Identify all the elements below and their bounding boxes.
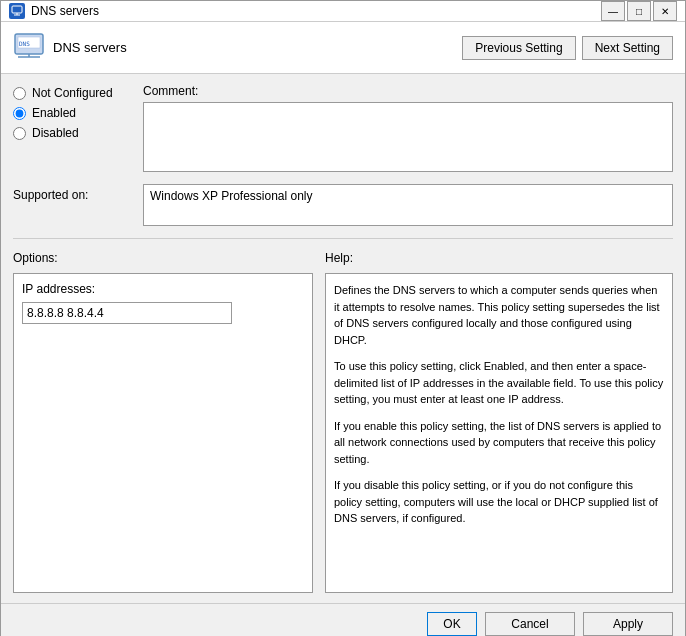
title-bar-left: DNS servers <box>9 3 99 19</box>
help-text-4: If you disable this policy setting, or i… <box>334 477 664 527</box>
maximize-button[interactable]: □ <box>627 1 651 21</box>
comment-label: Comment: <box>143 84 673 98</box>
radio-enabled[interactable]: Enabled <box>13 106 143 120</box>
help-col-header: Help: <box>325 251 673 265</box>
dns-title-icon <box>9 3 25 19</box>
help-box: Defines the DNS servers to which a compu… <box>325 273 673 593</box>
ok-button[interactable]: OK <box>427 612 477 636</box>
options-label: Options: <box>13 251 58 265</box>
radio-disabled[interactable]: Disabled <box>13 126 143 140</box>
radio-disabled-label: Disabled <box>32 126 79 140</box>
ip-label: IP addresses: <box>22 282 304 296</box>
prev-setting-button[interactable]: Previous Setting <box>462 36 575 60</box>
options-col-header: Options: <box>13 251 313 265</box>
col-labels: Options: Help: <box>13 251 673 265</box>
supported-value: Windows XP Professional only <box>143 184 673 226</box>
section-divider <box>13 238 673 239</box>
window-title: DNS servers <box>31 4 99 18</box>
options-col: IP addresses: <box>13 273 313 593</box>
supported-wrapper: Windows XP Professional only <box>143 184 673 226</box>
title-controls: — □ ✕ <box>601 1 677 21</box>
options-box: IP addresses: <box>13 273 313 593</box>
header-left: DNS DNS servers <box>13 30 127 65</box>
apply-button[interactable]: Apply <box>583 612 673 636</box>
radio-not-configured-input[interactable] <box>13 87 26 100</box>
comment-textarea[interactable] <box>143 102 673 172</box>
comment-section: Comment: <box>143 84 673 172</box>
minimize-button[interactable]: — <box>601 1 625 21</box>
top-section: Not Configured Enabled Disabled Comment: <box>13 84 673 172</box>
help-text-3: If you enable this policy setting, the l… <box>334 418 664 468</box>
header-buttons: Previous Setting Next Setting <box>462 36 673 60</box>
cancel-button[interactable]: Cancel <box>485 612 575 636</box>
radio-group: Not Configured Enabled Disabled <box>13 84 143 172</box>
close-button[interactable]: ✕ <box>653 1 677 21</box>
bottom-bar: OK Cancel Apply <box>1 603 685 636</box>
supported-label: Supported on: <box>13 184 143 202</box>
radio-not-configured[interactable]: Not Configured <box>13 86 143 100</box>
help-col: Defines the DNS servers to which a compu… <box>325 273 673 593</box>
header-title: DNS servers <box>53 40 127 55</box>
header-section: DNS DNS servers Previous Setting Next Se… <box>1 22 685 74</box>
main-content: Not Configured Enabled Disabled Comment:… <box>1 74 685 603</box>
supported-section: Supported on: Windows XP Professional on… <box>13 184 673 226</box>
radio-disabled-input[interactable] <box>13 127 26 140</box>
header-icon: DNS <box>13 30 45 65</box>
options-help-row: IP addresses: Defines the DNS servers to… <box>13 273 673 593</box>
ip-input[interactable] <box>22 302 232 324</box>
title-bar: DNS servers — □ ✕ <box>1 1 685 22</box>
svg-text:DNS: DNS <box>19 40 30 47</box>
next-setting-button[interactable]: Next Setting <box>582 36 673 60</box>
radio-not-configured-label: Not Configured <box>32 86 113 100</box>
window: DNS servers — □ ✕ DNS DNS servers Previo… <box>0 0 686 636</box>
help-label: Help: <box>325 251 353 265</box>
help-text-2: To use this policy setting, click Enable… <box>334 358 664 408</box>
help-text-1: Defines the DNS servers to which a compu… <box>334 282 664 348</box>
radio-enabled-label: Enabled <box>32 106 76 120</box>
svg-rect-0 <box>12 6 22 13</box>
radio-enabled-input[interactable] <box>13 107 26 120</box>
